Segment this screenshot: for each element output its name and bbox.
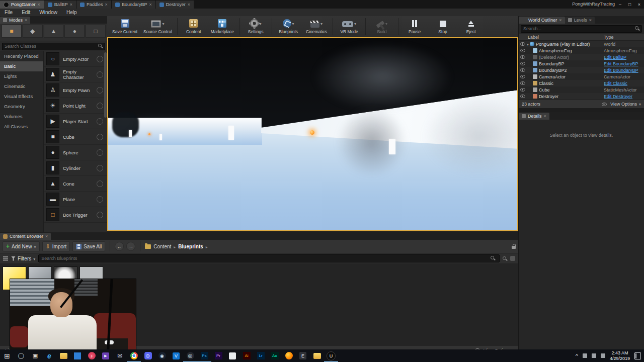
mode-foliage-icon[interactable]: ● [64, 25, 85, 38]
drag-handle-icon[interactable] [97, 196, 103, 203]
forward-button[interactable] [126, 242, 135, 251]
chevron-down-icon[interactable] [162, 21, 164, 26]
tray-icon[interactable] [592, 353, 596, 358]
chevron-down-icon[interactable] [292, 21, 294, 26]
place-item-sphere[interactable]: ● Sphere [44, 145, 107, 160]
taskbar-chrome[interactable] [127, 349, 141, 362]
taskbar-steam[interactable]: ◉ [155, 349, 169, 362]
drag-handle-icon[interactable] [97, 149, 103, 156]
sources-panel-icon[interactable] [3, 256, 8, 261]
close-icon[interactable] [70, 2, 72, 7]
build-button[interactable]: Build [368, 18, 396, 35]
outliner-row-deleted-actor[interactable]: (Deleted Actor) Edit BallBP [519, 54, 644, 60]
tray-icon[interactable] [601, 353, 605, 358]
edit-boundarybp-link[interactable]: Edit BoundaryBP [604, 61, 644, 66]
taskbar-photoshop[interactable]: Ps [197, 349, 211, 362]
task-view-button[interactable]: ▣ [28, 349, 42, 362]
place-item-empty-pawn[interactable]: ♙ Empty Pawn [44, 82, 107, 98]
add-new-button[interactable]: Add New [3, 241, 40, 251]
menu-help[interactable]: Help [62, 10, 82, 15]
taskbar-premiere[interactable]: Pr [211, 349, 225, 362]
category-basic[interactable]: Basic [0, 61, 43, 71]
blueprints-button[interactable]: Blueprints [274, 18, 302, 35]
close-icon[interactable] [589, 18, 592, 23]
filters-button[interactable]: Filters [11, 256, 35, 261]
visibility-eye-icon[interactable] [520, 95, 525, 98]
category-volumes[interactable]: Volumes [0, 112, 43, 122]
game-viewport[interactable] [108, 38, 517, 230]
chevron-down-icon[interactable] [354, 21, 356, 26]
chevron-down-icon[interactable] [320, 21, 323, 26]
content-button[interactable]: Content [180, 18, 208, 35]
vr-mode-button[interactable]: VR Mode [335, 18, 363, 35]
outliner-row-atmosphericfog[interactable]: AtmosphericFog AtmosphericFog [519, 47, 644, 54]
tab-levels[interactable]: Levels [565, 17, 595, 24]
taskbar-lightroom[interactable]: Lr [254, 349, 268, 362]
lock-icon[interactable] [512, 246, 516, 249]
edit-boundarybp-link[interactable]: Edit BoundaryBP [604, 68, 644, 73]
edit-classic-link[interactable]: Edit Classic [604, 81, 644, 86]
close-icon[interactable] [188, 2, 190, 7]
taskbar-unreal[interactable]: U [324, 349, 338, 362]
maximize-button[interactable] [625, 0, 634, 9]
source-control-button[interactable]: Source Control [140, 18, 175, 35]
close-icon[interactable] [559, 18, 561, 23]
visibility-eye-icon[interactable] [520, 68, 525, 72]
menu-file[interactable]: File [0, 10, 17, 15]
taskbar-audition[interactable]: Au [268, 349, 282, 362]
back-button[interactable] [115, 242, 124, 251]
tab-world-outliner[interactable]: World Outliner [519, 17, 565, 24]
mode-place-icon[interactable]: ■ [2, 25, 22, 38]
tab-ponggamer[interactable]: PongGamer [0, 1, 44, 9]
drag-handle-icon[interactable] [97, 134, 103, 140]
breadcrumb-content[interactable]: Content [153, 244, 171, 249]
drag-handle-icon[interactable] [97, 87, 103, 94]
tab-details[interactable]: Details [519, 113, 549, 120]
outliner-search-input[interactable] [521, 25, 642, 33]
scrollbar[interactable] [104, 52, 107, 118]
action-center-icon[interactable] [634, 352, 641, 359]
tab-ballbp[interactable]: BallBP [44, 1, 76, 9]
drag-handle-icon[interactable] [97, 118, 103, 125]
close-window-button[interactable] [634, 0, 644, 9]
outliner-row-cube[interactable]: Cube StaticMeshActor [519, 86, 644, 93]
tab-content-browser[interactable]: Content Browser [0, 233, 51, 240]
drag-handle-icon[interactable] [97, 56, 103, 62]
close-icon[interactable] [105, 2, 108, 7]
taskbar-discord[interactable]: D [141, 349, 155, 362]
close-icon[interactable] [45, 234, 48, 239]
taskbar-music[interactable]: ♪ [85, 349, 99, 362]
category-visual-effects[interactable]: Visual Effects [0, 92, 43, 102]
menu-window[interactable]: Window [35, 10, 62, 15]
taskbar-search[interactable]: ◯ [14, 349, 28, 362]
visibility-eye-icon[interactable] [520, 88, 525, 92]
chevron-down-icon[interactable] [260, 21, 262, 26]
close-icon[interactable] [149, 2, 151, 7]
outliner-row-classic[interactable]: Classic Edit Classic [519, 80, 644, 86]
save-current-button[interactable]: Save Current [109, 18, 140, 35]
save-all-button[interactable]: Save All [72, 241, 105, 251]
tray-icon[interactable] [583, 353, 587, 358]
category-cinematic[interactable]: Cinematic [0, 81, 43, 92]
taskbar-firefox[interactable] [282, 349, 296, 362]
outliner-row-boundarybp[interactable]: BoundaryBP Edit BoundaryBP [519, 60, 644, 67]
close-icon[interactable] [544, 114, 546, 119]
search-classes-input[interactable] [2, 43, 105, 50]
place-item-empty-actor[interactable]: ○ Empty Actor [44, 51, 107, 67]
taskbar-vscode[interactable]: V [169, 349, 183, 362]
close-icon[interactable] [25, 18, 27, 23]
import-button[interactable]: Import [42, 241, 70, 251]
visibility-eye-icon[interactable] [520, 62, 525, 65]
category-lights[interactable]: Lights [0, 71, 43, 81]
taskbar-obs[interactable]: ◎ [183, 349, 197, 362]
edit-destroyer-link[interactable]: Edit Destroyer [604, 94, 644, 99]
breadcrumb-blueprints[interactable]: Blueprints [178, 244, 203, 249]
outliner-row-destroyer[interactable]: Destroyer Edit Destroyer [519, 93, 644, 100]
taskbar-photos[interactable] [70, 349, 85, 362]
outliner-row-boundarybp2[interactable]: BoundaryBP2 Edit BoundaryBP [519, 67, 644, 73]
category-geometry[interactable]: Geometry [0, 102, 43, 112]
visibility-eye-icon[interactable] [520, 81, 525, 85]
tab-boundarybp[interactable]: BoundaryBP [112, 1, 156, 9]
mode-landscape-icon[interactable]: ▲ [44, 25, 64, 38]
tab-paddles[interactable]: Paddles [76, 1, 112, 9]
